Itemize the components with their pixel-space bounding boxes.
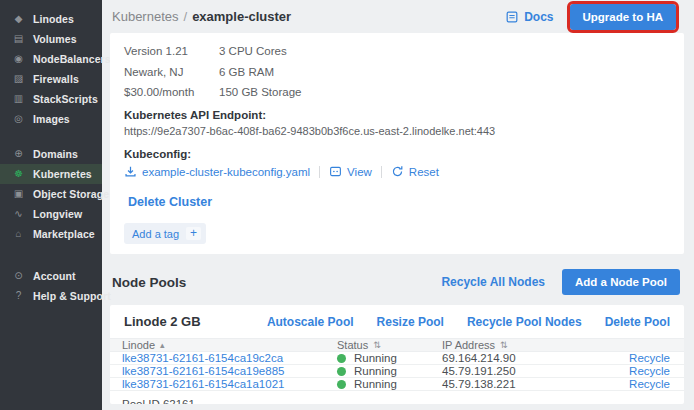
marketplace-icon: ⌂	[12, 228, 25, 240]
pool-id-footer: Pool ID 62161	[110, 391, 684, 404]
sidebar-item-label: Volumes	[33, 33, 77, 45]
spec-storage: 150 GB Storage	[219, 86, 394, 98]
column-header-status[interactable]: Status ⇅	[337, 339, 442, 351]
kubeconfig-filename: example-cluster-kubeconfig.yaml	[142, 166, 310, 178]
status-running-icon	[337, 367, 346, 376]
page-header: Kubernetes/example-cluster Docs Upgrade …	[110, 0, 684, 33]
recycle-pool-nodes-link[interactable]: Recycle Pool Nodes	[467, 315, 582, 329]
recycle-link[interactable]: Recycle	[629, 365, 670, 377]
kubeconfig-actions: example-cluster-kubeconfig.yaml View Res…	[124, 165, 670, 178]
recycle-all-nodes-link[interactable]: Recycle All Nodes	[441, 275, 545, 289]
docs-icon	[505, 10, 519, 24]
pool-name: Linode 2 GB	[124, 314, 201, 329]
sidebar-group-services: ⊕ Domains ☸ Kubernetes ▣ Object Storage …	[0, 144, 102, 244]
reset-icon	[391, 165, 404, 178]
sidebar-item-firewalls[interactable]: ▨ Firewalls	[0, 69, 102, 89]
resize-pool-link[interactable]: Resize Pool	[377, 315, 444, 329]
node-link[interactable]: lke38731-62161-6154ca19e885	[122, 365, 337, 377]
sort-icon: ⇅	[500, 340, 508, 350]
sidebar-item-marketplace[interactable]: ⌂ Marketplace	[0, 224, 102, 244]
sidebar-item-domains[interactable]: ⊕ Domains	[0, 144, 102, 164]
main-content: Kubernetes/example-cluster Docs Upgrade …	[102, 0, 694, 410]
pool-id: Pool ID 62161	[122, 398, 195, 404]
add-tag-label: Add a tag	[132, 228, 179, 240]
breadcrumb-separator: /	[184, 9, 188, 24]
account-icon: ⊙	[12, 270, 25, 282]
sidebar-item-kubernetes[interactable]: ☸ Kubernetes	[0, 164, 102, 184]
column-label: Linode	[122, 339, 155, 351]
kubernetes-icon: ☸	[12, 168, 25, 180]
divider	[319, 166, 320, 178]
kubeconfig-download-link[interactable]: example-cluster-kubeconfig.yaml	[124, 165, 310, 178]
sidebar-item-images[interactable]: ◎ Images	[0, 109, 102, 129]
ip-address: 45.79.191.250	[442, 365, 606, 377]
sidebar-item-nodebalancers[interactable]: ◉ NodeBalancers	[0, 49, 102, 69]
cluster-specs: Version 1.21 3 CPU Cores Newark, NJ 6 GB…	[124, 45, 394, 98]
delete-cluster-link[interactable]: Delete Cluster	[128, 195, 212, 209]
sidebar-item-account[interactable]: ⊙ Account	[0, 266, 102, 286]
upgrade-to-ha-button[interactable]: Upgrade to HA	[570, 4, 677, 30]
docs-link[interactable]: Docs	[505, 10, 553, 24]
stackscripts-icon: ▥	[12, 93, 25, 105]
sidebar-item-stackscripts[interactable]: ▥ StackScripts	[0, 89, 102, 109]
table-header-row: Linode ▴ Status ⇅ IP Address ⇅	[110, 338, 684, 352]
sidebar-item-label: Domains	[33, 148, 78, 160]
column-header-linode[interactable]: Linode ▴	[122, 339, 337, 351]
sidebar-item-help-support[interactable]: ? Help & Support	[0, 286, 102, 306]
sidebar-item-label: NodeBalancers	[33, 53, 111, 65]
kubeconfig-reset-button[interactable]: Reset	[391, 165, 439, 178]
node-pool-card: Linode 2 GB Autoscale Pool Resize Pool R…	[110, 305, 684, 404]
sidebar-item-label: Account	[33, 270, 76, 282]
sidebar-item-longview[interactable]: ∿ Longview	[0, 204, 102, 224]
node-link[interactable]: lke38731-62161-6154ca19c2ca	[122, 352, 337, 364]
sidebar-item-linodes[interactable]: ◆ Linodes	[0, 9, 102, 29]
sidebar-item-label: Longview	[33, 208, 82, 220]
breadcrumb-kubernetes-link[interactable]: Kubernetes	[112, 9, 179, 24]
status-cell: Running	[337, 378, 442, 390]
sidebar-group-compute: ◆ Linodes ▤ Volumes ◉ NodeBalancers ▨ Fi…	[0, 9, 102, 129]
sidebar-item-volumes[interactable]: ▤ Volumes	[0, 29, 102, 49]
status-cell: Running	[337, 365, 442, 377]
status-label: Running	[354, 365, 397, 377]
divider	[381, 166, 382, 178]
spec-ram: 6 GB RAM	[219, 66, 394, 78]
header-actions: Docs Upgrade to HA	[505, 4, 680, 30]
add-node-pool-button[interactable]: Add a Node Pool	[562, 269, 680, 295]
recycle-link[interactable]: Recycle	[629, 352, 670, 364]
node-link[interactable]: lke38731-62161-6154ca1a1021	[122, 378, 337, 390]
kubeconfig-view-button[interactable]: View	[329, 165, 372, 178]
longview-icon: ∿	[12, 208, 25, 220]
spec-cpu: 3 CPU Cores	[219, 45, 394, 57]
column-label: IP Address	[442, 339, 495, 351]
recycle-link[interactable]: Recycle	[629, 378, 670, 390]
sidebar-item-object-storage[interactable]: ▣ Object Storage	[0, 184, 102, 204]
autoscale-pool-link[interactable]: Autoscale Pool	[267, 315, 354, 329]
table-row: lke38731-62161-6154ca19c2ca Running 69.1…	[110, 352, 684, 365]
breadcrumb-current-page: example-cluster	[192, 9, 291, 24]
linodes-icon: ◆	[12, 13, 25, 25]
sidebar-group-account: ⊙ Account ? Help & Support	[0, 266, 102, 306]
add-tag-button[interactable]: Add a tag +	[124, 223, 206, 244]
status-running-icon	[337, 380, 346, 389]
ip-address: 69.164.214.90	[442, 352, 606, 364]
status-label: Running	[354, 378, 397, 390]
status-label: Running	[354, 352, 397, 364]
breadcrumb: Kubernetes/example-cluster	[112, 9, 291, 24]
plus-icon: +	[186, 227, 201, 240]
sidebar-item-label: Linodes	[33, 13, 74, 25]
sidebar-item-label: Marketplace	[33, 228, 95, 240]
status-cell: Running	[337, 352, 442, 364]
sort-icon: ⇅	[373, 340, 381, 350]
object-storage-icon: ▣	[12, 188, 25, 200]
view-label: View	[347, 166, 372, 178]
delete-cluster-row: Delete Cluster	[128, 192, 670, 210]
column-header-ip-address[interactable]: IP Address ⇅	[442, 339, 606, 351]
node-pools-title: Node Pools	[112, 275, 186, 290]
pool-action-links: Autoscale Pool Resize Pool Recycle Pool …	[267, 315, 670, 329]
view-icon	[329, 165, 342, 178]
table-row: lke38731-62161-6154ca19e885 Running 45.7…	[110, 365, 684, 378]
delete-pool-link[interactable]: Delete Pool	[605, 315, 670, 329]
spec-region: Newark, NJ	[124, 66, 219, 78]
column-label: Status	[337, 339, 368, 351]
cluster-summary-card: Version 1.21 3 CPU Cores Newark, NJ 6 GB…	[110, 33, 684, 254]
